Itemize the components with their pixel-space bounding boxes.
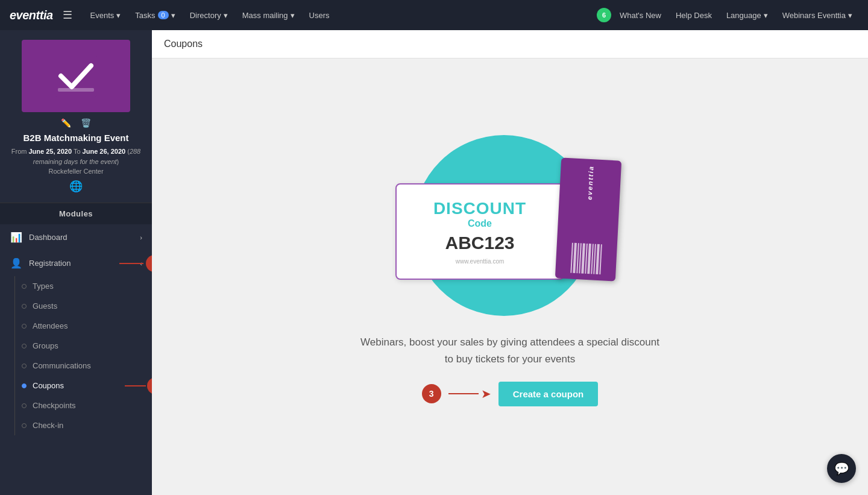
nav-directory[interactable]: Directory ▾	[184, 7, 234, 24]
edit-icon[interactable]: ✏️	[61, 118, 71, 128]
event-name: B2B Matchmaking Event	[10, 133, 142, 143]
chevron-down-icon: ▾	[848, 11, 852, 20]
brand-logo[interactable]: eventtia	[10, 8, 53, 22]
nav-help-desk[interactable]: Help Desk	[670, 7, 718, 24]
chevron-down-icon: ▾	[171, 11, 175, 20]
barcode-line	[599, 244, 602, 274]
sidebar-item-types[interactable]: Types	[0, 276, 152, 296]
main-content: Coupons DISCOUNT Code ABC123 www.eventti…	[152, 30, 868, 495]
chevron-down-icon: ▾	[764, 11, 768, 20]
sidebar-item-registration[interactable]: 👤 Registration ‹ 1	[0, 250, 152, 276]
globe-icon[interactable]: 🌐	[10, 180, 142, 193]
discount-subtitle: Code	[468, 218, 492, 229]
arrow-right-icon: ➤	[481, 386, 491, 401]
nav-webinars-label: Webinars Eventtia	[782, 11, 846, 20]
chat-icon: 💬	[834, 461, 849, 476]
nav-language[interactable]: Language ▾	[720, 7, 774, 24]
nav-whats-new[interactable]: What's New	[614, 7, 667, 24]
event-date-from: June 25, 2020	[28, 148, 72, 155]
dot-icon	[22, 423, 27, 428]
chevron-down-icon: ▾	[224, 11, 228, 20]
dot-icon	[22, 304, 27, 309]
chevron-down-icon: ▾	[116, 11, 121, 20]
sidebar-item-checkpoints[interactable]: Checkpoints	[0, 396, 152, 415]
sidebar-coupons-label: Coupons	[33, 381, 64, 390]
sidebar-item-dashboard[interactable]: 📊 Dashboard ›	[0, 224, 152, 250]
sidebar-item-groups[interactable]: Groups	[0, 336, 152, 356]
dot-icon	[22, 284, 27, 289]
sidebar-types-label: Types	[33, 282, 54, 291]
nav-directory-label: Directory	[190, 11, 221, 20]
sidebar-item-attendees[interactable]: Attendees	[0, 316, 152, 336]
chevron-right-icon: ›	[140, 234, 142, 241]
hamburger-menu[interactable]: ☰	[63, 8, 72, 22]
nav-language-label: Language	[726, 11, 761, 20]
nav-tasks[interactable]: Tasks 0 ▾	[129, 7, 181, 24]
nav-events-label: Events	[90, 11, 115, 20]
dashboard-icon: 📊	[10, 232, 23, 243]
sidebar-attendees-label: Attendees	[33, 321, 68, 330]
discount-title: DISCOUNT	[433, 199, 526, 218]
red-arrow: ➤	[448, 386, 491, 401]
nav-webinars-eventtia[interactable]: Webinars Eventtia ▾	[776, 7, 858, 24]
discount-code: ABC123	[445, 233, 514, 253]
event-location: Rockefeller Center	[10, 168, 142, 175]
dot-icon	[22, 383, 27, 388]
chevron-down-icon: ▾	[291, 11, 295, 20]
barcode-brand-text: eventtia	[586, 165, 595, 200]
discount-url: www.eventtia.com	[456, 258, 505, 265]
page-header: Coupons	[152, 30, 868, 58]
annotation-2: 2	[147, 377, 152, 394]
sidebar-check-in-label: Check-in	[33, 421, 63, 430]
sidebar-item-coupons[interactable]: Coupons 2	[0, 376, 152, 396]
page-title: Coupons	[164, 39, 203, 49]
registration-icon: 👤	[10, 257, 23, 269]
chat-bubble[interactable]: 💬	[827, 454, 856, 483]
event-date-to: June 26, 2020	[83, 148, 126, 155]
sidebar-section: 📊 Dashboard › 👤 Registration ‹ 1	[0, 224, 152, 435]
event-logo	[22, 40, 130, 112]
sidebar-checkpoints-label: Checkpoints	[33, 401, 76, 410]
annotation-3: 3	[422, 384, 441, 403]
sub-items-container: Types Guests Attendees Groups Communicat…	[0, 276, 152, 435]
content-area: DISCOUNT Code ABC123 www.eventtia.com ev…	[152, 58, 868, 495]
event-edit-actions: ✏️ 🗑️	[10, 118, 142, 128]
sidebar: ✏️ 🗑️ B2B Matchmaking Event From June 25…	[0, 30, 152, 495]
dot-icon	[22, 344, 27, 348]
coupon-barcode: eventtia	[555, 158, 621, 282]
avatar: 6	[597, 8, 611, 22]
event-card: ✏️ 🗑️ B2B Matchmaking Event From June 25…	[0, 30, 152, 203]
discount-card: DISCOUNT Code ABC123 www.eventtia.com	[395, 183, 564, 280]
nav-mass-mailing-label: Mass mailing	[242, 11, 288, 20]
nav-mass-mailing[interactable]: Mass mailing ▾	[236, 7, 301, 24]
nav-tasks-label: Tasks	[135, 11, 155, 20]
sidebar-registration-label: Registration	[29, 259, 71, 268]
sidebar-item-guests[interactable]: Guests	[0, 296, 152, 316]
nav-users-label: Users	[309, 11, 330, 20]
create-coupon-button[interactable]: Create a coupon	[498, 382, 599, 406]
tasks-badge: 0	[158, 11, 169, 19]
sidebar-item-check-in[interactable]: Check-in	[0, 415, 152, 435]
create-coupon-section: 3 ➤ Create a coupon	[422, 382, 599, 406]
sidebar-guests-label: Guests	[33, 301, 57, 311]
dot-icon	[22, 403, 27, 408]
modules-label: Modules	[0, 203, 152, 224]
dot-icon	[22, 324, 27, 329]
coupon-illustration: DISCOUNT Code ABC123 www.eventtia.com ev…	[383, 147, 637, 316]
annotation-1: 1	[146, 255, 152, 272]
delete-icon[interactable]: 🗑️	[81, 118, 91, 128]
top-navigation: eventtia ☰ Events ▾ Tasks 0 ▾ Directory …	[0, 0, 868, 30]
sidebar-item-communications[interactable]: Communications	[0, 356, 152, 376]
dot-icon	[22, 364, 27, 368]
sidebar-communications-label: Communications	[33, 361, 91, 370]
event-dates: From June 25, 2020 To June 26, 2020 (288…	[10, 147, 142, 166]
sidebar-dashboard-label: Dashboard	[29, 233, 68, 242]
tagline: Webinars, boost your sales by giving att…	[359, 334, 661, 367]
nav-right-section: 6 What's New Help Desk Language ▾ Webina…	[597, 7, 858, 24]
barcode-lines	[570, 243, 602, 275]
nav-events[interactable]: Events ▾	[84, 7, 127, 24]
nav-users[interactable]: Users	[303, 7, 336, 24]
svg-rect-1	[58, 88, 94, 92]
sidebar-groups-label: Groups	[33, 341, 58, 350]
